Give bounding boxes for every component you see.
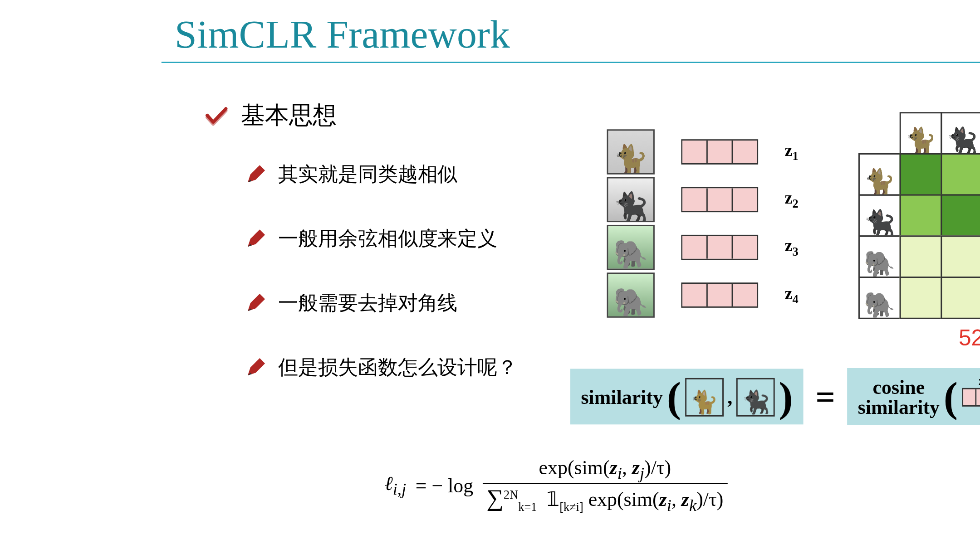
loss-formula: ℓi,j = − log exp(sim(zi, zj)/τ) ∑2Nk=1 𝟙… [384,457,727,515]
embedding-row-1: 🐈 z1 [607,129,799,174]
bullet-1: 其实就是同类越相似 [245,161,564,189]
similarity-word: similarity [581,386,662,408]
bullet-4: 但是损失函数怎么设计呢？ [245,354,564,381]
bullet-1-text: 其实就是同类越相似 [278,161,457,189]
bullet-top: 基本思想 [205,99,564,132]
z1-label: z1 [785,141,799,163]
bullet-3-text: 一般需要去掉对角线 [278,290,457,317]
equals-sign: = [816,377,835,416]
slide-title: SimCLR Framework [159,0,980,58]
pencil-icon [245,358,265,378]
vector-z2 [681,187,758,213]
bullet-4-text: 但是损失函数怎么设计呢？ [278,354,517,381]
zi-vec: zᵢ [962,388,980,407]
elephant-image-1: 🐘 [607,225,655,270]
embedding-row-3: 🐘 z3 [607,225,799,270]
matrix-row-head-3: 🐘 [858,235,901,278]
pencil-icon [245,293,265,313]
pencil-icon [245,165,265,185]
z3-label: z3 [785,236,799,259]
matrix-dim-bottom: 520 [959,325,980,351]
similarity-left-panel: similarity ( xᵢ🐈 , xⱼ🐈‍⬛ ) [570,369,804,424]
embedding-row-4: 🐘 z4 [607,272,799,317]
cosine-right-panel: cosine similarity ( zᵢ , zⱼ ) [847,368,980,425]
z2-label: z2 [785,188,799,211]
vector-z1 [681,139,758,165]
cosine-word: cosine [873,377,925,397]
similarity-word-2: similarity [858,397,940,417]
bullet-3: 一般需要去掉对角线 [245,290,564,317]
similarity-matrix: 🐈 🐈‍⬛ 🐘 🐘 🐈 🐈‍⬛ 🐘 🐘 520 520 [859,113,980,319]
vector-z4 [681,282,758,308]
matrix-row-head-4: 🐘 [858,277,901,319]
matrix-col-head-1: 🐈 [900,112,942,155]
matrix-row-head-1: 🐈 [858,153,901,196]
bullet-list: 基本思想 其实就是同类越相似 一般用余弦相似度来定义 一般需要去掉对角线 但是损… [205,99,564,418]
similarity-equation: similarity ( xᵢ🐈 , xⱼ🐈‍⬛ ) = cosine simi… [570,368,980,425]
check-icon [205,106,228,126]
matrix-row-head-2: 🐈‍⬛ [858,194,901,237]
z4-label: z4 [785,284,799,306]
xi-thumb: xᵢ🐈 [685,378,724,417]
cat-image-2: 🐈‍⬛ [607,177,655,222]
title-underline [162,62,980,63]
bullet-2: 一般用余弦相似度来定义 [245,225,564,253]
vector-z3 [681,235,758,260]
slide: SimCLR Framework 基本思想 其实就是同类越相似 一般用余弦相似度… [159,0,980,544]
embedding-row-2: 🐈‍⬛ z2 [607,177,799,222]
xj-thumb: xⱼ🐈‍⬛ [736,378,775,417]
bullet-top-text: 基本思想 [241,99,337,132]
bullet-2-text: 一般用余弦相似度来定义 [278,225,497,253]
matrix-col-head-2: 🐈‍⬛ [941,112,980,155]
elephant-image-2: 🐘 [607,272,655,317]
cat-image-1: 🐈 [607,129,655,174]
pencil-icon [245,229,265,249]
embedding-rows: 🐈 z1 🐈‍⬛ z2 🐘 z3 🐘 z4 [607,129,799,320]
